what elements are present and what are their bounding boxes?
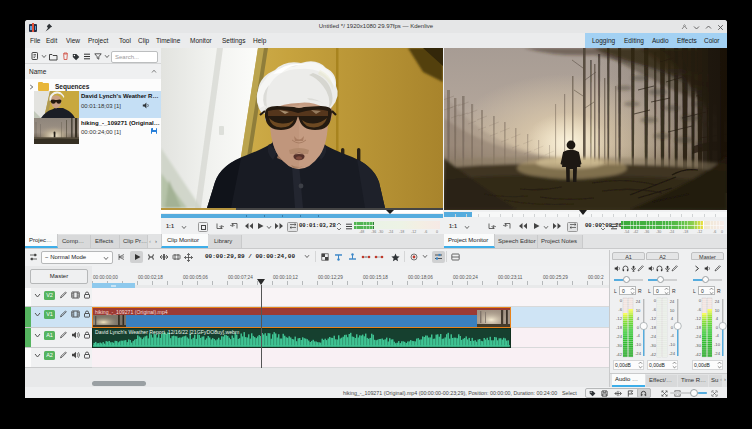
svg-text:-24: -24 [714,351,721,356]
svg-text:-4: -4 [636,333,640,338]
svg-text:-10: -10 [669,342,676,347]
svg-text:24: 24 [636,299,641,304]
svg-text:0: 0 [654,298,657,303]
svg-text:0: 0 [699,298,702,303]
svg-text:-12: -12 [650,316,657,321]
svg-text:-30: -30 [650,343,657,348]
svg-text:24: 24 [715,299,720,304]
svg-text:10: 10 [715,308,720,313]
svg-text:-6: -6 [618,307,622,312]
svg-text:-42: -42 [695,352,702,357]
svg-text:-42: -42 [616,352,623,357]
svg-text:-6: -6 [652,307,656,312]
svg-text:-30: -30 [616,343,623,348]
svg-text:10: 10 [670,308,675,313]
svg-text:-24: -24 [635,351,642,356]
svg-text:24: 24 [670,299,675,304]
svg-text:-6: -6 [697,307,701,312]
svg-text:0: 0 [716,325,719,330]
svg-text:4: 4 [671,316,674,321]
svg-text:10: 10 [636,308,641,313]
svg-text:-18: -18 [695,325,702,330]
svg-text:-24: -24 [669,351,676,356]
svg-text:-24: -24 [650,334,657,339]
svg-text:0: 0 [620,298,623,303]
svg-text:-18: -18 [650,325,657,330]
svg-text:-12: -12 [616,316,623,321]
svg-text:-4: -4 [670,333,674,338]
svg-text:-30: -30 [695,343,702,348]
svg-text:0: 0 [671,325,674,330]
svg-text:-10: -10 [714,342,721,347]
svg-text:0: 0 [637,325,640,330]
svg-text:-42: -42 [650,352,657,357]
svg-text:-24: -24 [695,334,702,339]
svg-text:4: 4 [637,316,640,321]
svg-text:-10: -10 [635,342,642,347]
svg-text:4: 4 [716,316,719,321]
svg-text:-18: -18 [616,325,623,330]
svg-text:-4: -4 [715,333,719,338]
svg-text:-24: -24 [616,334,623,339]
svg-text:-12: -12 [695,316,702,321]
